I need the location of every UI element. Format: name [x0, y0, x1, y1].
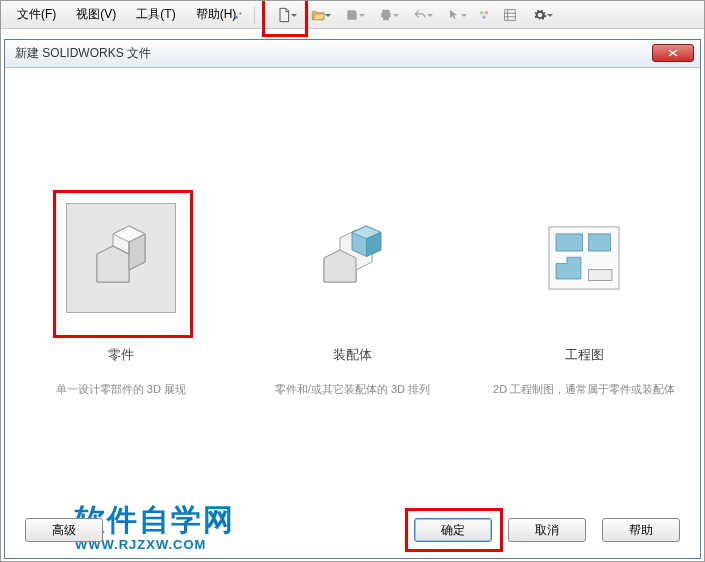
print-button[interactable]: [370, 4, 402, 26]
help-button[interactable]: 帮助: [602, 518, 680, 542]
undo-button[interactable]: [404, 4, 436, 26]
ok-button[interactable]: 确定: [414, 518, 492, 542]
cancel-button[interactable]: 取消: [508, 518, 586, 542]
option-assembly[interactable]: 装配体 零件和/或其它装配体的 3D 排列: [252, 188, 452, 397]
new-document-dialog: 新建 SOLIDWORKS 文件: [4, 39, 701, 559]
svg-point-2: [482, 16, 486, 19]
svg-point-1: [485, 11, 489, 14]
separator: [254, 6, 255, 24]
svg-point-0: [480, 11, 484, 14]
drawing-title: 工程图: [565, 346, 604, 364]
advanced-button[interactable]: 高级: [25, 518, 103, 542]
pin-icon[interactable]: [225, 4, 249, 26]
save-button[interactable]: [336, 4, 368, 26]
new-document-button[interactable]: [268, 4, 300, 26]
close-button[interactable]: [652, 44, 694, 62]
svg-rect-19: [556, 234, 582, 251]
assembly-desc: 零件和/或其它装配体的 3D 排列: [275, 382, 430, 397]
svg-rect-3: [505, 10, 516, 21]
menu-file[interactable]: 文件(F): [7, 2, 66, 27]
option-part[interactable]: 零件 单一设计零部件的 3D 展现: [21, 188, 221, 397]
select-button[interactable]: [438, 4, 470, 26]
options-panel-button[interactable]: [498, 4, 522, 26]
dialog-button-row: 高级 确定 取消 帮助: [5, 518, 700, 542]
dialog-body: 零件 单一设计零部件的 3D 展现 装配体: [5, 68, 700, 558]
drawing-icon: [529, 203, 639, 313]
assembly-title: 装配体: [333, 346, 372, 364]
template-options-row: 零件 单一设计零部件的 3D 展现 装配体: [5, 68, 700, 397]
assembly-icon: [297, 203, 407, 313]
menu-tools[interactable]: 工具(T): [126, 2, 185, 27]
rebuild-button[interactable]: [472, 4, 496, 26]
open-button[interactable]: [302, 4, 334, 26]
svg-rect-20: [589, 234, 611, 251]
settings-gear-button[interactable]: [524, 4, 556, 26]
part-icon: [66, 203, 176, 313]
part-title: 零件: [108, 346, 134, 364]
drawing-desc: 2D 工程制图，通常属于零件或装配体: [493, 382, 675, 397]
part-desc: 单一设计零部件的 3D 展现: [56, 382, 186, 397]
menu-view[interactable]: 视图(V): [66, 2, 126, 27]
dialog-title-text: 新建 SOLIDWORKS 文件: [15, 45, 151, 62]
svg-rect-22: [589, 270, 612, 281]
main-toolbar: [221, 1, 560, 29]
option-drawing[interactable]: 工程图 2D 工程制图，通常属于零件或装配体: [484, 188, 684, 397]
dialog-titlebar: 新建 SOLIDWORKS 文件: [5, 40, 700, 68]
